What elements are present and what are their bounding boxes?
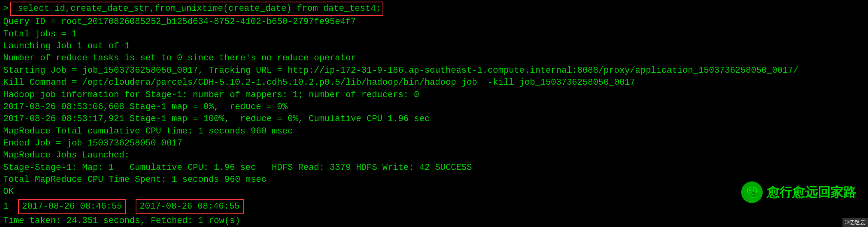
wechat-svg <box>745 185 759 199</box>
svg-point-3 <box>750 192 757 197</box>
result-date2: 2017-08-26 08:46:55 <box>136 199 244 214</box>
stage-stage1-line: Stage-Stage-1: Map: 1 Cumulative CPU: 1.… <box>3 162 865 174</box>
watermark: 愈行愈远回家路 <box>741 181 856 203</box>
prompt-arrow: > <box>3 3 8 15</box>
launching-line: Launching Job 1 out of 1 <box>3 40 865 52</box>
watermark-text: 愈行愈远回家路 <box>767 183 856 201</box>
total-jobs-line: Total jobs = 1 <box>3 28 865 40</box>
mr-jobs-launched-line: MapReduce Jobs Launched: <box>3 149 865 161</box>
hadoop-job-info-line: Hadoop job information for Stage-1: numb… <box>3 89 865 101</box>
svg-point-5 <box>754 194 756 195</box>
total-mr-cpu-line: Total MapReduce CPU Time Spent: 1 second… <box>3 174 865 186</box>
reduce-tasks-line: Number of reduce tasks is set to 0 since… <box>3 52 865 64</box>
svg-point-2 <box>753 189 754 191</box>
starting-job-line: Starting Job = job_1503736258050_0017, T… <box>3 65 865 77</box>
result-col1: 1 <box>3 201 8 213</box>
data-result-row: 1 2017-08-26 08:46:55 2017-08-26 08:46:5… <box>3 199 865 214</box>
ok-line: OK <box>3 186 865 198</box>
brand-badge: ©亿迷云 <box>842 218 868 227</box>
sql-command: select id,create_date_str,from_unixtime(… <box>10 2 383 16</box>
prompt-line: > select id,create_date_str,from_unixtim… <box>3 2 865 16</box>
query-id-line: Query ID = root_20170826085252_b125d634-… <box>3 16 865 28</box>
stage1-map-100-line: 2017-08-26 08:53:17,921 Stage-1 map = 10… <box>3 113 865 125</box>
svg-point-1 <box>749 189 751 191</box>
kill-command-line: Kill Command = /opt/cloudera/parcels/CDH… <box>3 77 865 89</box>
wechat-icon <box>741 181 763 203</box>
time-taken-line: Time taken: 24.351 seconds, Fetched: 1 r… <box>3 215 865 227</box>
svg-point-4 <box>752 194 753 195</box>
ended-job-line: Ended Job = job_1503736258050_0017 <box>3 137 865 149</box>
stage1-map-0-line: 2017-08-26 08:53:06,608 Stage-1 map = 0%… <box>3 101 865 113</box>
terminal-window: > select id,create_date_str,from_unixtim… <box>0 0 868 227</box>
result-date1: 2017-08-26 08:46:55 <box>18 199 126 214</box>
mapreduce-cpu-line: MapReduce Total cumulative CPU time: 1 s… <box>3 125 865 137</box>
